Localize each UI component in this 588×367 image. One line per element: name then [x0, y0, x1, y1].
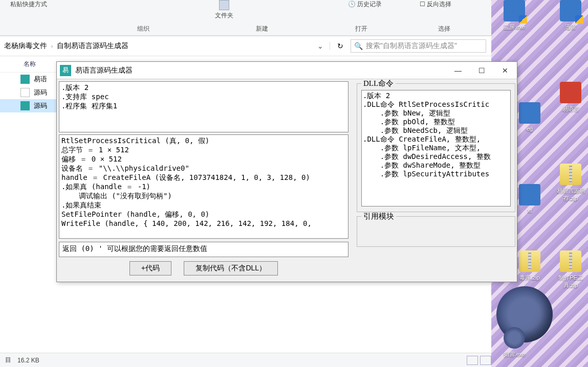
- ribbon: 粘贴快捷方式 文件夹 🕓 历史记录 ☐ 反向选择 组织 新建 打开 选择: [0, 0, 491, 36]
- return-value-box[interactable]: 返回 (0) ' 可以根据您的需要返回任意数值: [59, 242, 349, 257]
- file-icon: [20, 75, 30, 84]
- desktop-icon-label: 易语言源码存.zip: [553, 187, 588, 202]
- ribbon-paste-shortcut[interactable]: 粘贴快捷方式: [10, 0, 47, 9]
- close-button[interactable]: ✕: [493, 63, 517, 78]
- refresh-button[interactable]: ↻: [330, 42, 351, 50]
- header-code-box[interactable]: .版本 2 .支持库 spec .程序集 程序集1: [59, 81, 349, 132]
- breadcrumb-dropdown[interactable]: ⌄: [311, 42, 330, 50]
- search-icon: 🔍: [354, 42, 363, 50]
- shield-icon: [519, 15, 527, 24]
- ribbon-group-select: 选择: [438, 25, 450, 33]
- ribbon-invert-selection[interactable]: ☐ 反向选择: [420, 0, 451, 9]
- body-code-box[interactable]: RtlSetProcessIsCritical (真, 0, 假) 总字节 ＝ …: [59, 134, 349, 239]
- desktop-icon-label: 易语言: [553, 105, 588, 113]
- dll-code-box[interactable]: .版本 2 .DLL命令 RtlSetProcessIsCritic .参数 b…: [361, 90, 511, 207]
- maximize-button[interactable]: ☐: [470, 63, 493, 78]
- desktop-icon-label: 扫雷.exe: [496, 351, 532, 358]
- desktop-icon-image: [504, 327, 525, 349]
- desktop-icon-image: [560, 164, 581, 185]
- minimize-button[interactable]: —: [446, 63, 470, 78]
- breadcrumb[interactable]: 老杨病毒文件: [0, 41, 51, 51]
- module-group: 引用模块: [357, 216, 515, 247]
- desktop-icon[interactable]: 扫雷.exe: [496, 327, 532, 358]
- address-bar: 老杨病毒文件 › 自制易语言源码生成器 ⌄ ↻ 🔍 搜索"自制易语言源码生成器": [0, 36, 491, 56]
- ribbon-new-folder[interactable]: 文件夹: [215, 0, 233, 20]
- view-icons-button[interactable]: [480, 356, 491, 365]
- generator-dialog: 易 易语言源码生成器 — ☐ ✕ .版本 2 .支持库 spec .程序集 程序…: [56, 61, 517, 282]
- ribbon-group-open: 打开: [355, 25, 367, 33]
- app-icon: 易: [60, 65, 71, 76]
- file-name: 源码: [34, 88, 47, 97]
- status-size: 16.2 KB: [17, 357, 39, 364]
- module-group-label: 引用模块: [361, 212, 396, 220]
- view-details-button[interactable]: [467, 356, 478, 365]
- desktop-icon-label: 迅雷: [553, 24, 588, 31]
- breadcrumb[interactable]: 自制易语言源码生成器: [53, 41, 133, 51]
- status-bar: 目 16.2 KB: [0, 353, 491, 367]
- file-icon: [20, 88, 30, 97]
- file-name: 源码: [34, 101, 47, 110]
- copy-code-button[interactable]: 复制代码（不含DLL）: [184, 261, 278, 276]
- desktop-icon[interactable]: 制作PE工具.zip: [553, 250, 588, 289]
- desktop-icon-image: [560, 250, 581, 272]
- desktop-icon-label: 制作PE工具.zip: [553, 274, 588, 289]
- desktop-icon-image: [519, 184, 540, 205]
- window-title: 易语言源码生成器: [75, 66, 133, 75]
- ribbon-group-new: 新建: [256, 25, 268, 33]
- dll-group-label: DLL命令: [361, 79, 396, 87]
- desktop-icon[interactable]: 迅雷: [553, 0, 588, 31]
- desktop-icon-image: [560, 0, 581, 21]
- desktop-icon-image: [560, 82, 581, 103]
- status-count: 目: [5, 356, 11, 364]
- ribbon-history[interactable]: 🕓 历史记录: [348, 0, 382, 9]
- dll-group: DLL命令 .版本 2 .DLL命令 RtlSetProcessIsCritic…: [357, 83, 515, 212]
- desktop-icon-image: [519, 250, 540, 272]
- shield-icon: [575, 15, 583, 24]
- desktop-icon[interactable]: 蓝屏.exe: [496, 0, 532, 31]
- file-icon: [20, 101, 30, 110]
- title-bar[interactable]: 易 易语言源码生成器 — ☐ ✕: [57, 62, 517, 79]
- desktop-icon-image: [519, 102, 540, 124]
- file-name: 易语: [34, 75, 47, 84]
- desktop-icon[interactable]: 易语言: [553, 82, 588, 113]
- desktop-icon[interactable]: 易语言源码存.zip: [553, 164, 588, 202]
- desktop-icon-image: [504, 0, 525, 21]
- ribbon-group-organize: 组织: [137, 25, 149, 33]
- search-input[interactable]: 🔍 搜索"自制易语言源码生成器": [351, 39, 486, 53]
- add-code-button[interactable]: +代码: [129, 261, 171, 276]
- desktop-icon-label: 蓝屏.exe: [496, 24, 532, 31]
